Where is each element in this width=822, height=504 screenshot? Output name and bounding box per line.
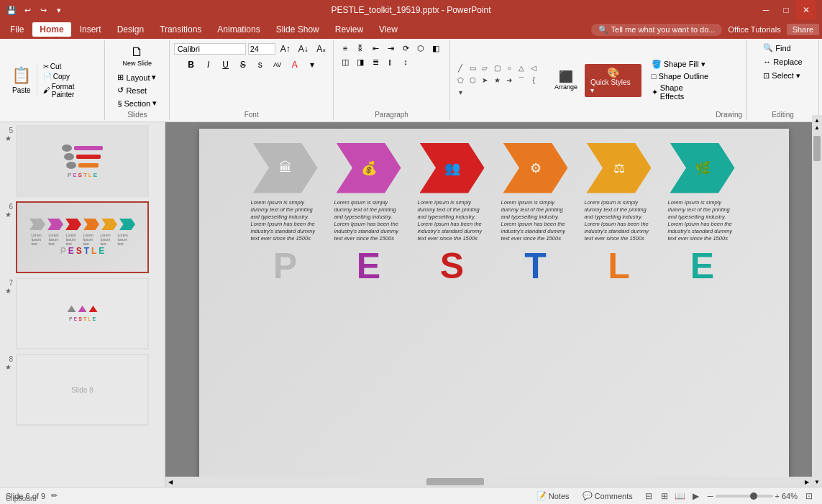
shape-curved[interactable]: ⌒ bbox=[516, 75, 527, 86]
canvas-hscroll-track[interactable] bbox=[177, 478, 800, 485]
shape-pentagon[interactable]: ⬠ bbox=[455, 75, 466, 86]
menu-view[interactable]: View bbox=[372, 22, 405, 37]
numbering-button[interactable]: ⁑ bbox=[353, 42, 367, 55]
save-icon[interactable]: 💾 bbox=[6, 4, 17, 16]
canvas-hscroll-thumb[interactable] bbox=[426, 478, 484, 485]
canvas-scroll-down[interactable]: ▼ bbox=[812, 477, 822, 487]
slide-thumb-5[interactable]: 5 ★ bbox=[3, 125, 162, 197]
strikethrough-button[interactable]: S bbox=[235, 58, 251, 72]
cut-button[interactable]: ✂ Cut bbox=[40, 62, 102, 71]
center-button[interactable]: ◫ bbox=[338, 55, 352, 68]
paste-button[interactable]: 📋 Paste bbox=[6, 63, 37, 98]
find-button[interactable]: 🔍 Find bbox=[759, 42, 806, 54]
canvas-hscroll-left[interactable]: ◀ bbox=[165, 477, 175, 487]
menu-animations[interactable]: Animations bbox=[210, 22, 267, 37]
char-spacing-button[interactable]: AV bbox=[270, 58, 286, 72]
shape-outline-button[interactable]: □ Shape Outline bbox=[647, 71, 713, 81]
bullets-button[interactable]: ≡ bbox=[338, 42, 352, 55]
tell-me-input[interactable]: 🔍 Tell me what you want to do... bbox=[591, 24, 723, 36]
menu-file[interactable]: File bbox=[3, 22, 31, 37]
copy-button[interactable]: 📄 Copy bbox=[40, 72, 102, 81]
canvas-scroll-up[interactable]: ▲ bbox=[812, 122, 822, 132]
slide-thumb-7[interactable]: 7 ★ P E S T bbox=[3, 278, 162, 349]
align-left-button[interactable]: ◧ bbox=[429, 42, 443, 55]
menu-slideshow[interactable]: Slide Show bbox=[269, 22, 326, 37]
font-size-input[interactable] bbox=[248, 43, 275, 55]
canvas-hscroll-right[interactable]: ▶ bbox=[802, 477, 812, 487]
shape-rect2[interactable]: ▱ bbox=[479, 63, 490, 74]
menu-transitions[interactable]: Transitions bbox=[152, 22, 209, 37]
zoom-in-button[interactable]: + bbox=[775, 492, 780, 500]
slide-image-6[interactable]: Lorem Ipsum text Lorem Ipsum text Lorem … bbox=[16, 201, 149, 273]
slideshow-button[interactable]: ▶ bbox=[689, 490, 703, 503]
decrease-indent-button[interactable]: ⇤ bbox=[368, 42, 383, 55]
decrease-font-button[interactable]: A↓ bbox=[296, 42, 311, 56]
slide-canvas[interactable]: 🏛 Lorem Ipsum is simply dummy text of th… bbox=[199, 129, 789, 481]
shape-circle[interactable]: ○ bbox=[503, 63, 515, 74]
shape-hex[interactable]: ⬡ bbox=[467, 75, 478, 86]
canvas-hscrollbar[interactable]: ◀ ▶ bbox=[165, 477, 812, 487]
shape-line[interactable]: ╱ bbox=[455, 63, 466, 74]
increase-font-button[interactable]: A↑ bbox=[278, 42, 293, 56]
increase-indent-button[interactable]: ⇥ bbox=[383, 42, 398, 55]
slide-sorter-button[interactable]: ⊞ bbox=[657, 490, 672, 503]
shape-round-rect[interactable]: ▢ bbox=[491, 63, 503, 74]
zoom-slider[interactable] bbox=[716, 495, 773, 498]
bold-button[interactable]: B bbox=[183, 58, 199, 72]
slide-thumb-6[interactable]: 6 ★ Lorem Ipsum te bbox=[3, 201, 162, 273]
quick-styles-button[interactable]: 🎨 Quick Styles ▾ bbox=[585, 64, 641, 97]
slide-edit-icon[interactable]: ✏ bbox=[51, 491, 58, 500]
shape-bracket[interactable]: { bbox=[528, 75, 539, 86]
layout-button[interactable]: ⊞ Layout ▾ bbox=[114, 71, 160, 83]
shadow-button[interactable]: s bbox=[252, 58, 268, 72]
align-right-button[interactable]: ◨ bbox=[353, 55, 367, 68]
font-name-input[interactable] bbox=[174, 43, 246, 55]
italic-button[interactable]: I bbox=[201, 58, 216, 72]
format-painter-button[interactable]: 🖌 Format Painter bbox=[40, 82, 102, 99]
shape-star[interactable]: ★ bbox=[491, 75, 503, 86]
zoom-thumb[interactable] bbox=[750, 492, 757, 500]
shape-more[interactable]: ▾ bbox=[455, 87, 466, 98]
shape-triangle[interactable]: △ bbox=[516, 63, 527, 74]
arrange-button[interactable]: ⬛ Arrange bbox=[550, 68, 582, 93]
undo-icon[interactable]: ↩ bbox=[22, 4, 33, 16]
menu-insert[interactable]: Insert bbox=[73, 22, 109, 37]
shape-chevron[interactable]: ➤ bbox=[479, 75, 490, 86]
office-tutorials-link[interactable]: Office Tutorials bbox=[728, 25, 780, 34]
close-button[interactable]: ✕ bbox=[796, 0, 816, 20]
convert-smartart-button[interactable]: ⬡ bbox=[414, 42, 428, 55]
slide-thumb-8[interactable]: 8 ★ Slide 8 bbox=[3, 354, 162, 426]
minimize-button[interactable]: ─ bbox=[756, 0, 776, 20]
canvas-scroll-track[interactable] bbox=[812, 132, 822, 477]
select-button[interactable]: ⊡ Select ▾ bbox=[759, 70, 806, 82]
clear-format-button[interactable]: Aₓ bbox=[314, 42, 329, 56]
text-direction-button[interactable]: ⟳ bbox=[398, 42, 413, 55]
font-color-button[interactable]: A bbox=[287, 58, 303, 72]
redo-icon[interactable]: ↪ bbox=[37, 4, 49, 16]
shape-rect[interactable]: ▭ bbox=[467, 63, 478, 74]
shape-fill-button[interactable]: 🪣 Shape Fill ▾ bbox=[647, 59, 713, 70]
section-button[interactable]: § Section ▾ bbox=[114, 97, 160, 109]
reading-view-button[interactable]: 📖 bbox=[673, 490, 688, 503]
zoom-out-button[interactable]: ─ bbox=[708, 492, 713, 500]
line-spacing-button[interactable]: ↕ bbox=[398, 55, 413, 68]
reset-button[interactable]: ↺ Reset bbox=[114, 84, 160, 96]
menu-home[interactable]: Home bbox=[32, 22, 70, 37]
menu-review[interactable]: Review bbox=[328, 22, 370, 37]
canvas-scrollbar[interactable]: ▲ ▼ bbox=[812, 122, 822, 487]
shape-rtriangle[interactable]: ◁ bbox=[528, 63, 539, 74]
replace-button[interactable]: ↔ Replace bbox=[759, 56, 806, 68]
comments-button[interactable]: 💬 Comments bbox=[578, 490, 637, 501]
slide-image-7[interactable]: P E S T L E bbox=[16, 278, 149, 349]
slide-image-8[interactable]: Slide 8 bbox=[16, 354, 149, 426]
share-button[interactable]: Share bbox=[787, 24, 819, 35]
justify-button[interactable]: ≣ bbox=[368, 55, 383, 68]
menu-design[interactable]: Design bbox=[110, 22, 151, 37]
font-color-dropdown[interactable]: ▾ bbox=[304, 58, 320, 72]
fit-slide-button[interactable]: ⊡ bbox=[802, 490, 816, 503]
underline-button[interactable]: U bbox=[218, 58, 234, 72]
slide-panel-scroll[interactable]: 5 ★ bbox=[0, 122, 165, 487]
normal-view-button[interactable]: ⊟ bbox=[641, 490, 656, 503]
slide-image-5[interactable]: P E S T L E bbox=[16, 125, 149, 197]
canvas-scroll-thumb[interactable] bbox=[813, 136, 821, 161]
